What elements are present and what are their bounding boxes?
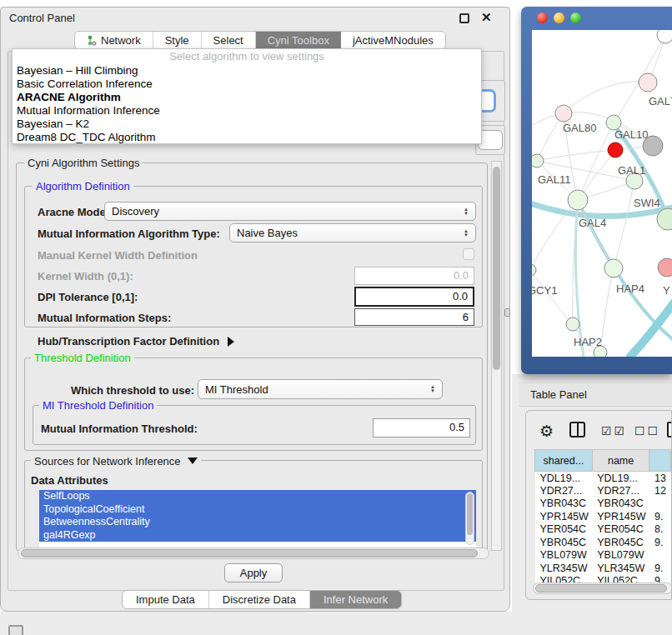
table-panel-title: Table Panel bbox=[530, 388, 587, 401]
tab-style[interactable]: Style bbox=[153, 32, 202, 49]
menu-item-aracne[interactable]: ARACNE Algorithm bbox=[13, 91, 481, 104]
network-icon bbox=[87, 35, 97, 46]
mi-threshold-input[interactable]: 0.5 bbox=[373, 418, 470, 438]
float-panel-icon[interactable] bbox=[459, 13, 469, 23]
manual-kernel-checkbox[interactable] bbox=[463, 248, 474, 260]
tab-select[interactable]: Select bbox=[202, 32, 256, 49]
kernel-width-label: Kernel Width (0,1): bbox=[38, 270, 133, 282]
table-row[interactable]: YPR145WYPR145W9. bbox=[535, 510, 671, 523]
menu-item-basic-correlation[interactable]: Basic Correlation Inference bbox=[13, 78, 481, 91]
tab-network[interactable]: Network bbox=[75, 32, 153, 49]
tab-impute-data[interactable]: Impute Data bbox=[123, 591, 209, 608]
aracne-mode-select[interactable]: Discovery ▲▼ bbox=[104, 202, 476, 221]
list-item[interactable]: gal4RGexp bbox=[39, 529, 476, 542]
node-label: HAP2 bbox=[574, 336, 602, 348]
kernel-width-input[interactable]: 0.0 bbox=[354, 267, 474, 285]
apply-button[interactable]: Apply bbox=[224, 563, 283, 582]
node-gal11[interactable] bbox=[532, 154, 544, 168]
table-row[interactable]: YDR27...YDR27...12 bbox=[535, 484, 671, 498]
window-zoom-icon[interactable] bbox=[570, 12, 581, 23]
hub-definition-expander[interactable]: Hub/Transcription Factor Definition bbox=[38, 335, 234, 348]
aracne-mode-label: Aracne Mode: bbox=[38, 206, 109, 218]
data-attributes-label: Data Attributes bbox=[31, 474, 108, 487]
node-gal7[interactable] bbox=[639, 73, 657, 92]
which-threshold-select[interactable]: MI Threshold ▲▼ bbox=[198, 379, 443, 399]
tab-infer-network[interactable]: Infer Network bbox=[310, 591, 401, 608]
tab-cyni-toolbox[interactable]: Cyni Toolbox bbox=[256, 32, 341, 49]
network-view-window: GAL7 GAL80 GAL10 GAL1 GAL11 SWI4 GAL4 GC… bbox=[521, 7, 672, 374]
menu-item-bayesian-hill-climbing[interactable]: Bayesian – Hill Climbing bbox=[13, 64, 481, 78]
table-row[interactable]: YBL079WYBL079W bbox=[535, 549, 671, 562]
table-panel-header: Table Panel bbox=[519, 382, 672, 407]
menu-item-dream8[interactable]: Dream8 DC_TDC Algorithm bbox=[13, 131, 481, 144]
list-item[interactable]: TopologicalCoefficient bbox=[39, 503, 476, 517]
window-close-icon[interactable] bbox=[537, 12, 548, 23]
table-horizontal-scrollbar[interactable] bbox=[533, 582, 672, 594]
list-vertical-scrollbar[interactable] bbox=[465, 492, 474, 545]
columns-icon[interactable] bbox=[569, 422, 585, 438]
control-panel-tabbar: Network Style Select Cyni Toolbox jActiv… bbox=[74, 31, 446, 50]
manual-kernel-label: Manual Kernel Width Definition bbox=[38, 249, 198, 262]
scrollbar-thumb[interactable] bbox=[493, 167, 500, 370]
node-y-partial[interactable] bbox=[658, 258, 672, 277]
node-labels: GAL7 GAL80 GAL10 GAL1 GAL11 SWI4 GAL4 GC… bbox=[532, 95, 672, 348]
dpi-tolerance-input[interactable]: 0.0 bbox=[354, 287, 474, 307]
minimized-panel-icon[interactable] bbox=[8, 625, 23, 635]
node-gal80[interactable] bbox=[555, 105, 572, 122]
table-row[interactable]: YBR043CYBR043C bbox=[535, 498, 671, 511]
expander-expanded-icon bbox=[188, 458, 198, 464]
settings-vertical-scrollbar[interactable] bbox=[491, 161, 502, 551]
gear-icon[interactable]: ⚙ bbox=[539, 422, 554, 441]
list-item[interactable]: BetweennessCentrality bbox=[39, 516, 476, 529]
sources-expander[interactable]: Sources for Network Inference bbox=[31, 455, 201, 468]
mi-type-label: Mutual Information Algorithm Type: bbox=[38, 228, 220, 240]
table-row[interactable]: YER054CYER054C8. bbox=[535, 523, 671, 537]
scrollbar-thumb[interactable] bbox=[21, 549, 478, 558]
mi-type-select[interactable]: Naive Bayes ▲▼ bbox=[229, 223, 476, 242]
column-header-partial[interactable] bbox=[649, 450, 671, 472]
which-threshold-label: Which threshold to use: bbox=[71, 384, 194, 397]
node-hap2[interactable] bbox=[566, 318, 579, 331]
column-header-name[interactable]: name bbox=[592, 450, 649, 472]
table-panel-window: ⚙ ☑☑ ☐☐ shared... name YDL19...YDL19...1… bbox=[525, 410, 672, 600]
node-label: GAL4 bbox=[579, 217, 606, 229]
table-row[interactable]: YBR045CYBR045C9. bbox=[535, 536, 671, 549]
node-gal4[interactable] bbox=[568, 190, 588, 210]
mi-steps-label: Mutual Information Steps: bbox=[38, 312, 171, 324]
panel-divider-handle[interactable] bbox=[504, 308, 510, 317]
select-all-checkboxes-icon[interactable]: ☑☑ bbox=[601, 424, 627, 438]
close-panel-icon[interactable]: ✕ bbox=[481, 10, 492, 25]
tab-jactivemnodules[interactable]: jActiveMNodules bbox=[341, 32, 445, 49]
mi-threshold-label: Mutual Information Threshold: bbox=[41, 422, 198, 435]
background-bottom bbox=[0, 612, 512, 635]
node-unlabeled[interactable] bbox=[657, 30, 672, 43]
new-table-icon[interactable] bbox=[667, 422, 672, 438]
node-selected-red[interactable] bbox=[608, 142, 623, 158]
data-attributes-list: SelfLoops TopologicalCoefficient Between… bbox=[39, 490, 476, 550]
node-label: GCY1 bbox=[532, 284, 557, 297]
column-header-shared[interactable]: shared... bbox=[535, 450, 593, 472]
list-item[interactable]: SelfLoops bbox=[39, 490, 476, 503]
algorithm-definition-title: Algorithm Definition bbox=[33, 180, 133, 192]
bottom-tabbar: Impute Data Discretize Data Infer Networ… bbox=[122, 590, 402, 609]
node-gcy1[interactable] bbox=[532, 264, 536, 276]
table-row[interactable]: YLR345WYLR345W9. bbox=[535, 562, 671, 575]
algorithm-dropdown-popup: Select algorithm to view settings Bayesi… bbox=[12, 48, 482, 144]
menu-item-mutual-information[interactable]: Mutual Information Inference bbox=[13, 104, 481, 118]
scrollbar-thumb[interactable] bbox=[535, 584, 667, 592]
scrollbar-thumb[interactable] bbox=[467, 493, 473, 535]
node-label: GAL7 bbox=[649, 95, 672, 108]
mi-steps-input[interactable]: 6 bbox=[354, 308, 474, 326]
deselect-all-checkboxes-icon[interactable]: ☐☐ bbox=[634, 424, 660, 438]
table-row[interactable]: YDL19...YDL19...13 bbox=[535, 472, 671, 485]
node-label: Y bbox=[663, 284, 670, 297]
window-minimize-icon[interactable] bbox=[554, 12, 564, 23]
tab-discretize-data[interactable]: Discretize Data bbox=[209, 591, 310, 608]
node-hap4[interactable] bbox=[604, 259, 623, 278]
settings-horizontal-scrollbar[interactable] bbox=[18, 548, 489, 559]
cyni-settings-title: Cyni Algorithm Settings bbox=[24, 157, 143, 169]
network-canvas[interactable]: GAL7 GAL80 GAL10 GAL1 GAL11 SWI4 GAL4 GC… bbox=[532, 30, 672, 357]
menu-item-bayesian-k2[interactable]: Bayesian – K2 bbox=[13, 118, 481, 131]
control-panel-title: Control Panel bbox=[9, 12, 75, 24]
node-label: GAL10 bbox=[614, 128, 648, 141]
